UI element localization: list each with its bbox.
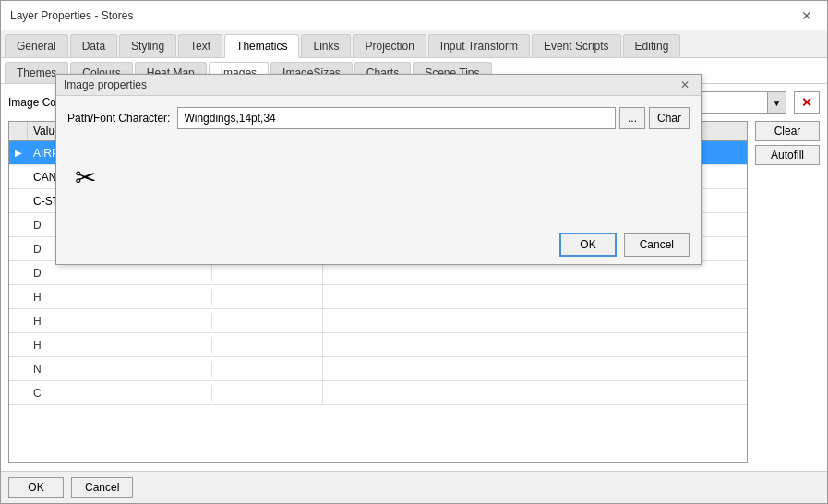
table-row[interactable]: N — [9, 357, 747, 381]
th-scroll-placeholder — [732, 122, 747, 140]
tab-text[interactable]: Text — [178, 34, 222, 57]
popup-footer: OK Cancel — [56, 225, 701, 264]
row-value: H — [28, 337, 212, 354]
tab-event-scripts[interactable]: Event Scripts — [532, 34, 621, 57]
row-image — [212, 333, 323, 356]
title-bar: Layer Properties - Stores ✕ — [1, 1, 827, 30]
preview-icon: ✂ — [75, 162, 96, 193]
row-value: D — [28, 265, 212, 282]
window-close-button[interactable]: ✕ — [796, 6, 818, 25]
path-font-label: Path/Font Character: — [67, 112, 170, 125]
popup-cancel-button[interactable]: Cancel — [624, 233, 690, 257]
row-path — [323, 295, 747, 299]
row-path — [323, 271, 747, 275]
row-path — [323, 343, 747, 347]
popup-body: Path/Font Character: ... Char ✂ — [56, 96, 701, 225]
row-path — [323, 319, 747, 323]
th-arrow — [9, 122, 28, 140]
row-image — [212, 381, 323, 404]
main-content: Image Column: ▼ ✕ Value Image Path — [1, 84, 827, 471]
table-row[interactable]: H — [9, 309, 747, 333]
row-image — [212, 309, 323, 332]
row-value: H — [28, 313, 212, 330]
path-font-row: Path/Font Character: ... Char — [67, 107, 690, 129]
ok-button[interactable]: OK — [8, 477, 64, 498]
tab-editing[interactable]: Editing — [623, 34, 681, 57]
top-tab-bar: General Data Styling Text Thematics Link… — [1, 30, 827, 58]
tab-data[interactable]: Data — [70, 34, 117, 57]
path-font-input[interactable] — [177, 107, 616, 129]
char-button[interactable]: Char — [649, 107, 690, 129]
row-value: N — [28, 361, 212, 378]
popup-close-button[interactable]: ✕ — [677, 84, 693, 91]
row-arrow: ▶ — [9, 148, 28, 158]
table-row[interactable]: C — [9, 381, 747, 405]
cancel-button[interactable]: Cancel — [71, 477, 133, 498]
x-button[interactable]: ✕ — [794, 91, 820, 114]
tab-styling[interactable]: Styling — [119, 34, 176, 57]
row-value: C — [28, 385, 212, 402]
preview-area: ✂ — [67, 140, 690, 214]
side-buttons: ✕ — [794, 91, 820, 114]
tab-links[interactable]: Links — [301, 34, 351, 57]
popup-ok-button[interactable]: OK — [559, 233, 616, 257]
row-path — [323, 391, 747, 395]
table-row[interactable]: H — [9, 285, 747, 309]
browse-button[interactable]: ... — [619, 107, 645, 129]
image-properties-popup: Image properties ✕ Path/Font Character: … — [55, 84, 702, 265]
popup-title-bar: Image properties ✕ — [56, 84, 701, 96]
row-image — [212, 357, 323, 380]
bottom-bar: OK Cancel — [1, 471, 827, 503]
autofill-button[interactable]: Autofill — [755, 145, 820, 165]
clear-button[interactable]: Clear — [755, 121, 820, 141]
popup-title: Image properties — [64, 84, 147, 91]
row-value: H — [28, 289, 212, 306]
row-path — [323, 367, 747, 371]
table-row[interactable]: H — [9, 333, 747, 357]
image-column-dropdown-arrow[interactable]: ▼ — [768, 91, 786, 114]
main-window: Layer Properties - Stores ✕ General Data… — [0, 0, 828, 504]
row-image — [212, 285, 323, 308]
window-title: Layer Properties - Stores — [10, 9, 133, 22]
tab-general[interactable]: General — [5, 34, 68, 57]
tab-input-transform[interactable]: Input Transform — [428, 34, 530, 57]
tab-projection[interactable]: Projection — [353, 34, 426, 57]
tab-thematics[interactable]: Thematics — [224, 34, 299, 58]
